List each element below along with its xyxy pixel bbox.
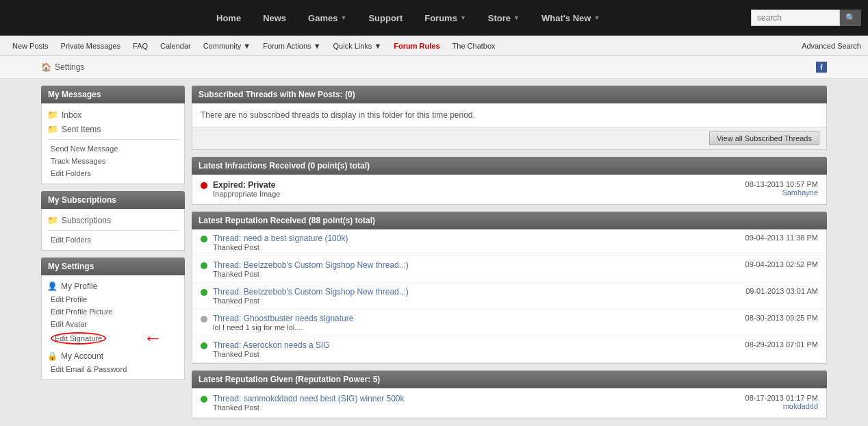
green-dot-0 [201, 236, 207, 242]
subnav-new-posts[interactable]: New Posts [7, 42, 54, 50]
rep-text-3: Thread: Ghoostbuster needs signature lol… [213, 314, 353, 331]
view-all-subscribed-btn[interactable]: View all Subscribed Threads [709, 131, 819, 145]
sidebar-track-messages[interactable]: Track Messages [47, 155, 179, 167]
infraction-by-user[interactable]: Samhayne [745, 188, 818, 197]
rep-right-2: 09-01-2013 03:01 AM [745, 287, 818, 295]
red-dot-icon [201, 182, 207, 189]
divider2 [47, 230, 179, 231]
games-arrow: ▼ [340, 14, 346, 21]
my-messages-title: My Messages [41, 86, 185, 103]
sidebar-edit-profile[interactable]: Edit Profile [47, 293, 179, 305]
folder-icon-sub: 📁 [47, 215, 58, 225]
subnav-quick-links[interactable]: Quick Links ▼ [328, 42, 387, 50]
rep-thread-1[interactable]: Thread: Beelzzebob's Custom Sigshop New … [213, 260, 409, 270]
subnav-private-messages[interactable]: Private Messages [55, 42, 126, 50]
user-icon: 👤 [47, 281, 58, 291]
nav-news[interactable]: News [252, 0, 297, 36]
rep-desc-3: lol I need 1 sig for me lol.... [213, 323, 353, 331]
my-subscriptions-body: 📁 Subscriptions Edit Folders [41, 209, 185, 251]
red-arrow-icon: ← [143, 327, 162, 349]
rep-text-2: Thread: Beelzzebob's Custom Sigshop New … [213, 287, 409, 305]
sidebar-inbox[interactable]: 📁 Inbox [47, 108, 179, 122]
rep-left-4: Thread: Aserockon needs a SIG Thanked Po… [201, 340, 330, 358]
sidebar-my-profile[interactable]: 👤 My Profile [47, 279, 179, 293]
content-area: My Messages 📁 Inbox 📁 Sent Items Send Ne… [0, 79, 868, 426]
my-messages-section: My Messages 📁 Inbox 📁 Sent Items Send Ne… [41, 86, 185, 184]
my-subscriptions-section: My Subscriptions 📁 Subscriptions Edit Fo… [41, 191, 185, 251]
sub-nav-links: New Posts Private Messages FAQ Calendar … [7, 42, 501, 50]
rep-desc-2: Thanked Post [213, 297, 409, 305]
edit-signature-row: Edit Signature ← [47, 330, 179, 347]
fb-icon[interactable]: f [816, 62, 827, 73]
subnav-forum-rules[interactable]: Forum Rules [388, 42, 445, 50]
rep-given-thread[interactable]: Thread: sammokddadd need best (SIG) winn… [213, 394, 404, 403]
rep-desc-4: Thanked Post [213, 350, 330, 358]
sidebar-edit-avatar[interactable]: Edit Avatar [47, 318, 179, 330]
subnav-faq[interactable]: FAQ [127, 42, 153, 50]
sidebar-edit-folders-sub[interactable]: Edit Folders [47, 234, 179, 246]
nav-support[interactable]: Support [357, 0, 413, 36]
sidebar-subscriptions[interactable]: 📁 Subscriptions [47, 213, 179, 227]
subnav-forum-actions[interactable]: Forum Actions ▼ [257, 42, 326, 50]
reputation-received-header: Latest Reputation Received (88 point(s) … [192, 212, 827, 229]
main-content: Subscribed Threads with New Posts: (0) T… [192, 86, 827, 425]
whats-new-arrow: ▼ [593, 14, 600, 21]
nav-forums[interactable]: Forums ▼ [413, 0, 477, 36]
rep-given-by-user[interactable]: mokdaddd [745, 402, 818, 410]
infraction-date: 08-13-2013 10:57 PM [745, 180, 818, 188]
sub-navigation: New Posts Private Messages FAQ Calendar … [0, 36, 868, 56]
reputation-received-section: Latest Reputation Received (88 point(s) … [192, 212, 827, 364]
sidebar-edit-folders-msg[interactable]: Edit Folders [47, 167, 179, 179]
sidebar-edit-signature[interactable]: Edit Signature [47, 330, 106, 347]
top-navigation: Home News Games ▼ Support Forums ▼ Store… [0, 0, 868, 36]
edit-sig-circle: Edit Signature [51, 332, 106, 344]
nav-store[interactable]: Store ▼ [477, 0, 531, 36]
subnav-calendar[interactable]: Calendar [155, 42, 196, 50]
infractions-section: Latest Infractions Received (0 point(s) … [192, 157, 827, 205]
breadcrumb: 🏠 Settings [41, 62, 84, 72]
quick-links-arrow: ▼ [374, 42, 381, 50]
subnav-chatbox[interactable]: The Chatbox [447, 42, 501, 50]
reputation-given-section: Latest Reputation Given (Reputation Powe… [192, 371, 827, 418]
rep-desc-1: Thanked Post [213, 270, 409, 278]
my-subscriptions-title: My Subscriptions [41, 191, 185, 209]
subscribed-threads-header: Subscribed Threads with New Posts: (0) [192, 86, 827, 103]
infractions-title: Latest Infractions Received (0 point(s) … [199, 161, 370, 171]
nav-home[interactable]: Home [205, 0, 252, 36]
subscribed-threads-title: Subscribed Threads with New Posts: (0) [199, 90, 355, 99]
sidebar: My Messages 📁 Inbox 📁 Sent Items Send Ne… [41, 86, 185, 425]
rep-given-right: 08-17-2013 01:17 PM mokdaddd [745, 394, 818, 410]
sidebar-send-new[interactable]: Send New Message [47, 142, 179, 155]
rep-given-text: Thread: sammokddadd need best (SIG) winn… [213, 394, 404, 412]
advanced-search-link[interactable]: Advanced Search [802, 42, 861, 50]
sidebar-sent-items[interactable]: 📁 Sent Items [47, 122, 179, 136]
search-input[interactable] [751, 10, 840, 26]
rep-left-2: Thread: Beelzzebob's Custom Sigshop New … [201, 287, 409, 305]
subscribed-threads-section: Subscribed Threads with New Posts: (0) T… [192, 86, 827, 150]
sidebar-edit-email[interactable]: Edit Email & Password [47, 363, 179, 375]
sidebar-edit-profile-picture[interactable]: Edit Profile Picture [47, 305, 179, 318]
rep-thread-4[interactable]: Thread: Aserockon needs a SIG [213, 340, 330, 350]
logo-area [0, 0, 205, 36]
infraction-desc: Inappropriate Image [213, 190, 280, 198]
rep-thread-3[interactable]: Thread: Ghoostbuster needs signature [213, 314, 353, 323]
search-button[interactable]: 🔍 [840, 10, 861, 26]
my-settings-section: My Settings 👤 My Profile Edit Profile Ed… [41, 258, 185, 380]
home-icon: 🏠 [41, 62, 51, 72]
nav-whats-new[interactable]: What's New ▼ [531, 0, 611, 36]
sidebar-my-account[interactable]: 🔒 My Account [47, 349, 179, 363]
search-area: 🔍 [744, 0, 868, 36]
folder-icon-sent: 📁 [47, 124, 58, 134]
subnav-community[interactable]: Community ▼ [198, 42, 257, 50]
my-settings-body: 👤 My Profile Edit Profile Edit Profile P… [41, 275, 185, 380]
rep-thread-0[interactable]: Thread: need a best signature (100k) [213, 234, 348, 243]
infractions-body: Expired: Private Inappropriate Image 08-… [192, 175, 827, 205]
gray-dot-3 [201, 316, 207, 323]
rep-row-0: Thread: need a best signature (100k) Tha… [192, 229, 826, 256]
infraction-right: 08-13-2013 10:57 PM Samhayne [745, 180, 818, 197]
rep-thread-2[interactable]: Thread: Beelzzebob's Custom Sigshop New … [213, 287, 409, 297]
reputation-received-body: Thread: need a best signature (100k) Tha… [192, 229, 827, 364]
nav-games[interactable]: Games ▼ [297, 0, 357, 36]
divider [47, 139, 179, 140]
infraction-label: Expired: Private [213, 180, 280, 190]
